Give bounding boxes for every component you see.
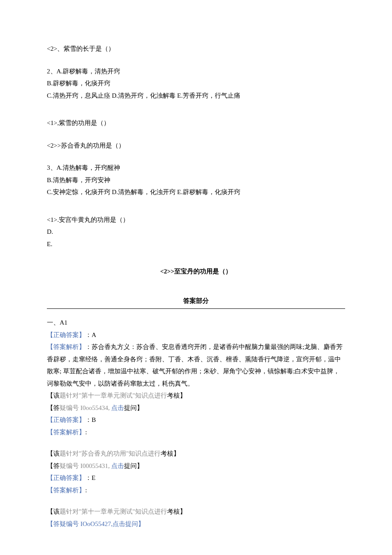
document-page: <2>、紫雪的长于是（） 2、A.辟秽解毒，清热开窍 B.辟秽解毒，化痰开窍 C… <box>0 0 392 555</box>
a2-target-mid: 题针对"苏合香丸的功用"知识点进行 <box>60 450 161 457</box>
a3-correct: 【正确答案】：E <box>47 472 345 484</box>
a2-doubt-close: 提问】 <box>124 462 143 469</box>
a1-correct-label: 【正确答案】 <box>47 331 85 338</box>
a1-doubt-click[interactable]: 点击 <box>111 404 124 411</box>
a2-analysis-label: 【答案解析】 <box>47 429 85 436</box>
a1-target: 【该题针对"第十一章单元测试"知识点进行考核】 <box>47 389 345 402</box>
a1-target-prefix: 【该 <box>47 392 60 399</box>
question-3-sub1: <1>.安宫牛黄丸的功用是（） D. E. <box>47 214 345 250</box>
a1-analysis: 【答案解析】：苏合香丸方义：苏合香、安息香透窍开闭，是诸香药中醒脑力量最强的两味… <box>47 341 345 389</box>
a2-target: 【该题针对"苏合香丸的功用"知识点进行考核】 <box>47 447 345 460</box>
a3-correct-label: 【正确答案】 <box>47 474 85 481</box>
q3-sub2-text: <2>>至宝丹的功用是（） <box>160 268 232 275</box>
question-3-sub2: <2>>至宝丹的功用是（） <box>47 265 345 278</box>
question-2-1: <2>、紫雪的长于是（） <box>47 43 345 55</box>
a2-doubt-click[interactable]: 点击 <box>111 462 124 469</box>
a1-correct: 【正确答案】：A <box>47 329 345 341</box>
a2-analysis-colon: : <box>85 429 87 436</box>
a1-doubt-label: 疑编号 I0oo55434, <box>60 404 111 411</box>
question-2-sub1: <1>,紫雪的功用是（） <box>47 117 345 129</box>
a1-analysis-text: ：苏合香丸方义：苏合香、安息香透窍开闭，是诸香药中醒脑力量最强的两味;龙脑、麝香… <box>47 343 343 387</box>
q3-opt-b: B.清热解毒，开窍安神 <box>47 174 345 186</box>
a1-target-mid: 题针对"第十一章单元测试"知识点进行 <box>60 392 167 399</box>
a3-target-mid: 题针对"第十一章单元测试"知识点进行 <box>60 508 167 515</box>
q2-sub2-text: <2>>苏合香丸的功用是（） <box>47 139 345 152</box>
a3-target-suffix: 考核】 <box>167 508 186 515</box>
answer-section-title: 答案部分 <box>47 295 345 309</box>
a1-target-suffix: 考核】 <box>167 392 186 399</box>
a2-target-prefix: 【该 <box>47 450 60 457</box>
q2-sub1-text: <1>,紫雪的功用是（） <box>47 117 345 129</box>
q3-sub1-text: <1>.安宫牛黄丸的功用是（） <box>47 214 345 226</box>
a3-doubt[interactable]: 【答疑编号 IOoO55427,点击提问】 <box>47 518 345 530</box>
a2-doubt-label: 疑编号 I00055431, <box>60 462 111 469</box>
a1-doubt-close: 提问】 <box>124 404 143 411</box>
q2-opt-a: 2、A.辟秽解毒，清热开窍 <box>47 65 345 78</box>
q3-opt-a: 3、A.清热解毒，开窍醒神 <box>47 162 345 174</box>
a2-analysis: 【答案解析】: <box>47 426 345 439</box>
a2-correct: 【正确答案】：B <box>47 414 345 426</box>
q3-e: E. <box>47 238 345 250</box>
question-2-sub2: <2>>苏合香丸的功用是（） <box>47 139 345 152</box>
q2-1-text: <2>、紫雪的长于是（） <box>47 43 345 55</box>
q2-opt-b: B.辟秽解毒，化痰开窍 <box>47 77 345 90</box>
a3-target-prefix: 【该 <box>47 508 60 515</box>
answer-section-text: 答案部分 <box>183 297 209 304</box>
a2-doubt: 【答疑编号 I00055431, 点击提问】 <box>47 460 345 472</box>
a3-analysis-colon: : <box>85 487 87 494</box>
a3-analysis-label: 【答案解析】 <box>47 487 85 494</box>
question-3-options: 3、A.清热解毒，开窍醒神 B.清热解毒，开窍安神 C.安神定惊，化痰开窍 D.… <box>47 162 345 198</box>
a2-doubt-open: 【答 <box>47 462 60 469</box>
a3-correct-val: ：E <box>85 474 95 481</box>
q3-opt-c: C.安神定惊，化痰开窍 D.清热解毒，化浊开窍 E.辟秽解毒，化痰开窍 <box>47 186 345 198</box>
a2-correct-val: ：B <box>85 416 96 423</box>
a1-correct-val: ：A <box>85 331 96 338</box>
a1-doubt-open: 【答 <box>47 404 60 411</box>
a2-correct-label: 【正确答案】 <box>47 416 85 423</box>
a1-doubt: 【答疑编号 I0oo55434, 点击提问】 <box>47 402 345 414</box>
a3-analysis: 【答案解析】: <box>47 484 345 497</box>
a1-heading: 一、A1 <box>47 317 345 329</box>
a2-target-suffix: 考核】 <box>161 450 180 457</box>
q2-opt-c: C.清热开窍，息风止痉 D.清热开窍，化浊解毒 E.芳香开窍，行气止痛 <box>47 90 345 102</box>
a3-target: 【该题针对"第十一章单元测试"知识点进行考核】 <box>47 506 345 518</box>
a1-analysis-label: 【答案解析】 <box>47 343 85 350</box>
question-2-options: 2、A.辟秽解毒，清热开窍 B.辟秽解毒，化痰开窍 C.清热开窍，息风止痉 D.… <box>47 65 345 102</box>
q3-d: D. <box>47 226 345 238</box>
